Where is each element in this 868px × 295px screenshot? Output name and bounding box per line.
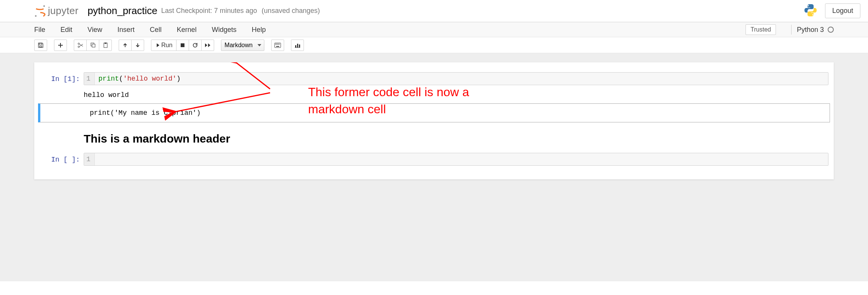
trusted-indicator[interactable]: Trusted	[746, 24, 776, 35]
svg-rect-16	[277, 44, 277, 44]
kernel-name: Python 3	[797, 26, 824, 34]
command-palette-button[interactable]	[271, 40, 284, 51]
move-down-button[interactable]	[131, 40, 144, 51]
input-prompt: In [ ]:	[34, 153, 84, 166]
svg-rect-15	[275, 44, 276, 44]
menu-edit[interactable]: Edit	[60, 26, 72, 34]
chart-button[interactable]	[291, 40, 304, 51]
svg-point-4	[43, 15, 44, 16]
svg-point-8	[78, 43, 79, 44]
arrow-down-icon	[135, 43, 140, 48]
svg-rect-22	[299, 44, 300, 48]
svg-rect-12	[105, 43, 107, 44]
output-prompt	[34, 89, 84, 101]
unsaved-indicator: (unsaved changes)	[262, 7, 320, 15]
kernel-status-icon	[828, 27, 834, 33]
code-cell[interactable]: In [ ]: 1	[34, 151, 834, 167]
restart-icon	[192, 42, 198, 48]
save-icon	[38, 42, 44, 48]
menu-widgets[interactable]: Widgets	[212, 26, 237, 34]
menu-kernel[interactable]: Kernel	[177, 26, 197, 34]
save-button[interactable]	[34, 40, 47, 51]
restart-run-all-button[interactable]	[201, 40, 214, 51]
svg-rect-21	[297, 44, 298, 48]
line-number: 1	[84, 73, 95, 85]
markdown-cell-selected[interactable]: print('My name is Ciprian')	[38, 103, 830, 122]
python-icon	[804, 3, 817, 18]
kernel-indicator[interactable]: Python 3	[791, 25, 834, 35]
output-text: hello world	[84, 89, 828, 101]
checkpoint-text: Last Checkpoint: 7 minutes ago	[161, 7, 257, 15]
input-prompt	[34, 125, 84, 149]
svg-point-3	[35, 15, 37, 16]
restart-button[interactable]	[189, 40, 202, 51]
fast-forward-icon	[205, 43, 211, 48]
svg-point-7	[78, 46, 79, 48]
toolbar: Run Markdown	[0, 37, 868, 53]
notebook-container: In [1]: 1 print('hello world') hello wor…	[0, 53, 868, 281]
code-input-area[interactable]: 1 print('hello world')	[84, 72, 828, 85]
copy-button[interactable]	[86, 40, 99, 51]
jupyter-logo-text: jupyter	[48, 5, 78, 17]
stop-icon	[180, 43, 185, 48]
code-token-fn: print	[99, 75, 119, 82]
menu-file[interactable]: File	[34, 26, 45, 34]
interrupt-button[interactable]	[176, 40, 189, 51]
scissors-icon	[77, 42, 83, 48]
code-token-paren: )	[176, 75, 181, 82]
copy-icon	[90, 42, 96, 48]
line-number: 1	[84, 153, 95, 165]
menu-help[interactable]: Help	[252, 26, 266, 34]
svg-point-6	[812, 14, 813, 16]
menu-insert[interactable]: Insert	[118, 26, 135, 34]
cell-type-select[interactable]: Markdown	[221, 40, 264, 51]
paste-icon	[103, 42, 108, 48]
keyboard-icon	[274, 43, 281, 48]
notebook-name[interactable]: python_practice	[87, 5, 157, 17]
run-button[interactable]: Run	[151, 40, 176, 51]
svg-rect-19	[276, 46, 279, 47]
input-prompt: In [1]:	[34, 72, 84, 85]
logout-button[interactable]: Logout	[825, 3, 860, 18]
cut-button[interactable]	[74, 40, 87, 51]
input-prompt	[40, 105, 90, 121]
markdown-header: This is a markdown header	[84, 125, 828, 149]
svg-rect-14	[275, 43, 281, 48]
svg-rect-17	[278, 44, 278, 44]
notebook-header: jupyter python_practice Last Checkpoint:…	[0, 0, 868, 22]
add-cell-button[interactable]	[54, 40, 67, 51]
jupyter-icon	[34, 5, 46, 17]
code-cell[interactable]: In [1]: 1 print('hello world')	[34, 71, 834, 87]
move-up-button[interactable]	[119, 40, 132, 51]
code-token-string: 'hello world'	[123, 75, 176, 82]
svg-rect-10	[92, 44, 95, 47]
bar-chart-icon	[294, 43, 300, 48]
menu-cell[interactable]: Cell	[150, 26, 162, 34]
plus-icon	[58, 43, 63, 48]
menu-view[interactable]: View	[87, 26, 102, 34]
menubar: File Edit View Insert Cell Kernel Widget…	[0, 22, 868, 37]
jupyter-logo[interactable]: jupyter	[34, 5, 78, 17]
output-cell: hello world	[34, 87, 834, 103]
markdown-cell[interactable]: This is a markdown header	[34, 123, 834, 151]
svg-rect-20	[295, 45, 296, 48]
run-icon	[155, 43, 160, 48]
paste-button[interactable]	[99, 40, 112, 51]
svg-rect-13	[181, 43, 184, 47]
code-token-paren: (	[119, 75, 123, 82]
notebook: In [1]: 1 print('hello world') hello wor…	[34, 62, 834, 179]
svg-point-2	[43, 5, 45, 6]
svg-rect-18	[279, 44, 280, 44]
markdown-content[interactable]: print('My name is Ciprian')	[90, 105, 824, 121]
arrow-up-icon	[122, 43, 128, 48]
run-label: Run	[161, 42, 172, 49]
code-input-area[interactable]: 1	[84, 153, 828, 166]
svg-point-5	[808, 5, 809, 6]
